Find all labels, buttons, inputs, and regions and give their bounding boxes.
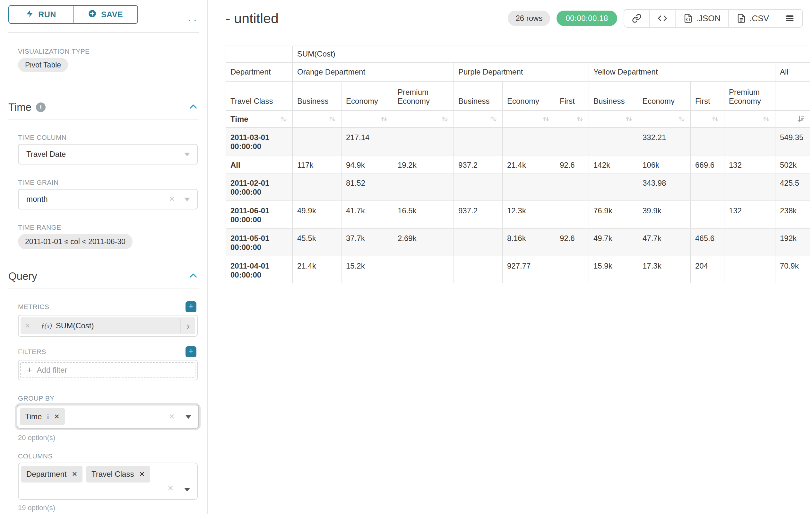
clear-icon[interactable]: ×	[169, 193, 175, 204]
pivot-cell: 12.3k	[502, 201, 555, 228]
time-grain-select[interactable]: month ×	[18, 189, 198, 210]
export-csv-label: .CSV	[749, 13, 769, 23]
sort-icon[interactable]	[489, 115, 498, 124]
sort-icon[interactable]	[380, 115, 388, 124]
export-csv-button[interactable]: .CSV	[728, 10, 777, 27]
pivot-cell	[724, 128, 775, 155]
pivot-cell: 117k	[293, 155, 342, 173]
section-divider	[8, 32, 199, 33]
pivot-cell: 92.6	[555, 155, 589, 173]
pivot-cell	[555, 201, 589, 228]
pivot-sort-header	[775, 111, 810, 128]
pivot-cell: 41.7k	[342, 201, 393, 228]
sort-icon[interactable]	[328, 115, 337, 124]
time-range-value[interactable]: 2011-01-01 ≤ col < 2011-06-30	[18, 234, 133, 249]
pivot-cell: 8.16k	[502, 228, 555, 256]
group-by-label: GROUP BY	[18, 395, 207, 402]
file-code-icon	[683, 13, 693, 23]
chart-title[interactable]: - untitled	[226, 10, 279, 26]
caret-down-icon[interactable]	[184, 198, 190, 201]
time-grain-label: TIME GRAIN	[18, 179, 207, 186]
pivot-cell: 39.9k	[638, 201, 691, 228]
share-link-button[interactable]	[624, 10, 649, 27]
plus-icon: +	[27, 365, 32, 375]
sort-icon[interactable]	[542, 115, 550, 124]
pivot-cell: 92.6	[555, 228, 589, 256]
query-section-header: Query	[8, 269, 199, 283]
add-filter-dropzone[interactable]: + Add filter	[20, 362, 196, 378]
caret-down-icon[interactable]	[184, 488, 190, 491]
sort-desc-icon[interactable]	[796, 115, 805, 124]
export-json-button[interactable]: .JSON	[675, 10, 729, 27]
pivot-cell	[724, 228, 775, 256]
time-column-select[interactable]: Travel Date	[18, 144, 198, 164]
pivot-cell	[691, 201, 724, 228]
chevron-right-icon[interactable]: ›	[180, 318, 195, 333]
sort-icon[interactable]	[762, 115, 771, 124]
pivot-travel-class-header: Economy	[342, 81, 393, 111]
time-column-value: Travel Date	[26, 150, 66, 159]
pivot-cell	[691, 128, 724, 155]
time-section-header: Time i	[8, 100, 199, 114]
row-count-badge: 26 rows	[508, 10, 550, 26]
remove-tag-icon[interactable]: ✕	[139, 470, 145, 478]
chevron-up-icon[interactable]	[188, 101, 199, 113]
visualization-type-value[interactable]: Pivot Table	[18, 58, 68, 72]
columns-select[interactable]: Department✕Travel Class✕ ×	[18, 463, 198, 500]
chevron-up-icon-partial[interactable]	[185, 20, 199, 24]
pivot-cell: 37.7k	[342, 228, 393, 256]
selected-option-tag[interactable]: Travel Class✕	[86, 466, 150, 483]
save-button[interactable]: SAVE	[73, 5, 138, 24]
view-query-button[interactable]	[649, 10, 675, 27]
info-icon[interactable]: i	[47, 413, 49, 421]
pivot-travel-class-header: Economy	[502, 81, 555, 111]
clear-icon[interactable]: ×	[168, 483, 173, 493]
add-filter-plus-button[interactable]: +	[185, 346, 196, 357]
pivot-cell	[555, 173, 589, 201]
code-icon	[658, 13, 667, 23]
pivot-cell: 343.98	[638, 173, 691, 201]
remove-tag-icon[interactable]: ✕	[54, 413, 60, 421]
pivot-cell: 425.5	[775, 173, 810, 201]
pivot-cell	[454, 256, 502, 283]
pivot-cell: 49.7k	[589, 228, 638, 256]
section-divider	[8, 119, 199, 119]
sort-icon[interactable]	[576, 115, 584, 124]
pivot-cell	[293, 173, 342, 201]
metric-pill[interactable]: × ƒ(x) SUM(Cost) ›	[21, 317, 195, 334]
chevron-up-icon[interactable]	[188, 270, 199, 282]
pivot-travel-class-header: First	[555, 81, 589, 111]
pivot-cell	[393, 173, 454, 201]
add-metric-button[interactable]: +	[185, 301, 196, 312]
pivot-cell	[393, 128, 454, 155]
sort-icon[interactable]	[440, 115, 449, 124]
pivot-cell: 669.6	[691, 155, 724, 173]
filters-control: + Add filter	[18, 360, 198, 380]
group-by-select[interactable]: Timei✕ ×	[17, 405, 199, 429]
selected-option-tag[interactable]: Department✕	[21, 466, 83, 483]
pivot-sort-header	[638, 111, 691, 128]
visualization-type-label: VISUALIZATION TYPE	[18, 48, 207, 55]
pivot-cell: 21.4k	[293, 256, 342, 283]
remove-metric-icon[interactable]: ×	[21, 318, 35, 334]
clear-icon[interactable]: ×	[169, 411, 175, 422]
pivot-cell: 132	[724, 201, 775, 228]
sort-icon[interactable]	[711, 115, 720, 124]
pivot-data-row: 2011-05-01 00:00:0045.5k37.7k2.69k8.16k9…	[226, 228, 810, 256]
info-icon[interactable]: i	[36, 103, 46, 112]
more-menu-button[interactable]	[777, 10, 802, 27]
selected-option-tag[interactable]: Timei✕	[20, 408, 65, 425]
pivot-cell	[589, 128, 638, 155]
sort-icon[interactable]	[625, 115, 633, 124]
pivot-travel-class-header: Economy	[638, 81, 691, 111]
run-button[interactable]: RUN	[8, 5, 73, 24]
pivot-department-header: Purple Department	[454, 63, 589, 81]
metrics-control: × ƒ(x) SUM(Cost) ›	[18, 315, 198, 337]
remove-tag-icon[interactable]: ✕	[71, 470, 77, 478]
caret-down-icon[interactable]	[184, 153, 190, 157]
export-toolbar: .JSON .CSV	[624, 9, 803, 28]
pivot-row-header: 2011-05-01 00:00:00	[226, 228, 293, 256]
caret-down-icon[interactable]	[185, 415, 191, 419]
sort-icon[interactable]	[677, 115, 686, 124]
sort-icon[interactable]	[279, 115, 288, 124]
